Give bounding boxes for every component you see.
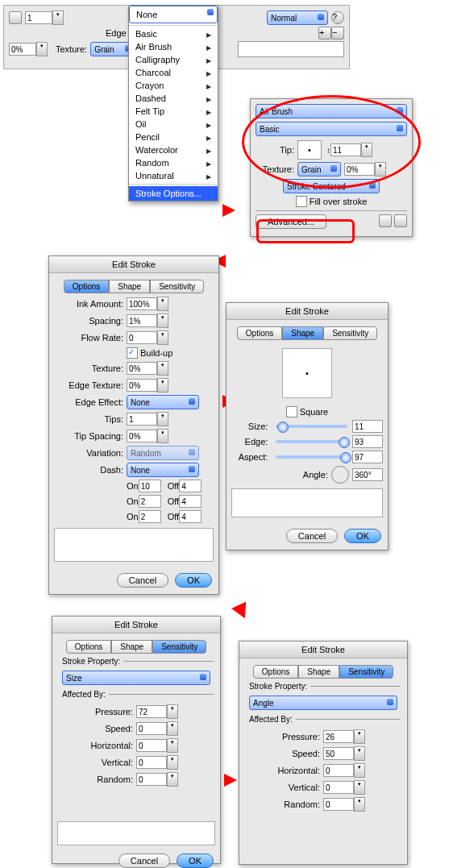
tips-input[interactable] xyxy=(127,413,157,426)
tab-options[interactable]: Options xyxy=(64,280,109,293)
menu-item-stroke-options[interactable]: Stroke Options... xyxy=(129,186,218,201)
pencil-icon[interactable] xyxy=(9,11,22,24)
menu-item-watercolor[interactable]: Watercolor xyxy=(129,143,218,156)
buildup-checkbox[interactable] xyxy=(127,347,138,359)
menu-item-dashed[interactable]: Dashed xyxy=(129,92,218,105)
size-input[interactable] xyxy=(352,420,383,433)
speed-input-2[interactable] xyxy=(323,747,354,760)
flow-stepper[interactable]: ▾ xyxy=(157,330,168,345)
cancel-button-3[interactable]: Cancel xyxy=(118,853,170,868)
horiz-input-1[interactable] xyxy=(136,739,167,752)
pressure-stepper-2[interactable]: ▾ xyxy=(354,729,365,744)
cancel-button-1[interactable]: Cancel xyxy=(117,573,168,588)
horiz-input-2[interactable] xyxy=(323,764,354,777)
angle-input[interactable] xyxy=(352,468,383,481)
menu-item-random[interactable]: Random xyxy=(129,156,218,169)
stroke-width-stepper[interactable]: ▾ xyxy=(52,10,64,25)
menu-item-unnatural[interactable]: Unnatural xyxy=(129,169,218,182)
stroke-property-select-2[interactable]: Angle xyxy=(249,696,397,710)
tab-options-4[interactable]: Options xyxy=(253,665,298,679)
lock-icon[interactable] xyxy=(379,214,392,227)
random-input-1[interactable] xyxy=(136,773,167,786)
spacing-stepper[interactable]: ▾ xyxy=(157,314,168,328)
opacity-input[interactable] xyxy=(9,43,36,56)
ok-button-2[interactable]: OK xyxy=(344,529,381,543)
aspect-input[interactable] xyxy=(352,451,383,463)
tab-shape-2[interactable]: Shape xyxy=(282,326,323,340)
tab-shape-3[interactable]: Shape xyxy=(111,640,152,654)
menu-item-charcoal[interactable]: Charcoal xyxy=(129,66,218,79)
trash-icon[interactable] xyxy=(394,214,407,227)
dash-select[interactable]: None xyxy=(127,463,199,477)
vert-input-1[interactable] xyxy=(136,756,167,769)
flow-input[interactable] xyxy=(127,331,157,344)
square-checkbox[interactable] xyxy=(286,406,297,417)
menu-item-none[interactable]: None xyxy=(129,6,218,23)
opt-texture-stepper[interactable]: ▾ xyxy=(157,361,168,376)
vert-stepper-2[interactable]: ▾ xyxy=(354,780,365,795)
size-slider[interactable] xyxy=(276,425,347,428)
menu-item-calligraphy[interactable]: Calligraphy xyxy=(129,53,218,66)
random-input-2[interactable] xyxy=(323,798,354,811)
dash-off-3[interactable] xyxy=(179,510,202,523)
stroke-width-input[interactable] xyxy=(25,11,52,24)
edge-texture-stepper[interactable]: ▾ xyxy=(157,378,168,392)
vert-stepper-1[interactable]: ▾ xyxy=(167,755,178,770)
vert-input-2[interactable] xyxy=(323,781,354,794)
opacity-stepper[interactable]: ▾ xyxy=(36,42,48,56)
dash-off-2[interactable] xyxy=(179,495,202,508)
fill-over-checkbox[interactable] xyxy=(296,196,307,207)
tab-sensitivity-4[interactable]: Sensitivity xyxy=(339,665,393,679)
horiz-stepper-2[interactable]: ▾ xyxy=(354,763,365,778)
tab-options-3[interactable]: Options xyxy=(66,640,111,654)
edge-effect-select[interactable]: None xyxy=(127,395,199,409)
plus-icon[interactable]: + xyxy=(318,27,331,39)
tip-spacing-stepper[interactable]: ▾ xyxy=(157,429,168,443)
tab-options-2[interactable]: Options xyxy=(237,326,282,340)
pressure-stepper-1[interactable]: ▾ xyxy=(167,704,178,719)
preview-area-2 xyxy=(231,488,383,517)
speed-stepper-1[interactable]: ▾ xyxy=(167,721,178,736)
dash-on-3[interactable] xyxy=(139,510,161,523)
speed-stepper-2[interactable]: ▾ xyxy=(354,746,365,761)
ok-button-1[interactable]: OK xyxy=(175,573,212,588)
menu-item-pencil[interactable]: Pencil xyxy=(129,131,218,143)
ink-amount-input[interactable] xyxy=(127,297,157,310)
menu-item-felttip[interactable]: Felt Tip xyxy=(129,105,218,118)
dash-off-1[interactable] xyxy=(179,480,202,492)
minus-icon[interactable]: − xyxy=(331,27,344,39)
edge-slider[interactable] xyxy=(276,440,347,443)
menu-item-crayon[interactable]: Crayon xyxy=(129,79,218,92)
tip-spacing-input[interactable] xyxy=(127,430,157,442)
aspect-slider[interactable] xyxy=(276,455,347,459)
pressure-input-2[interactable] xyxy=(323,730,354,743)
random-stepper-2[interactable]: ▾ xyxy=(354,797,365,812)
tab-sensitivity-3[interactable]: Sensitivity xyxy=(152,640,206,654)
tab-shape[interactable]: Shape xyxy=(109,280,150,293)
edge-input[interactable] xyxy=(352,435,383,448)
stroke-property-select-1[interactable]: Size xyxy=(62,671,210,685)
size-label: Size: xyxy=(231,422,268,431)
angle-dial[interactable] xyxy=(331,466,349,484)
edge-texture-input[interactable] xyxy=(127,379,157,392)
tips-stepper[interactable]: ▾ xyxy=(157,412,168,426)
tab-sensitivity[interactable]: Sensitivity xyxy=(150,280,204,293)
spacing-input[interactable] xyxy=(127,314,157,327)
horiz-stepper-1[interactable]: ▾ xyxy=(167,738,178,753)
tab-shape-4[interactable]: Shape xyxy=(298,665,339,679)
speed-input-1[interactable] xyxy=(136,722,167,735)
ink-amount-stepper[interactable]: ▾ xyxy=(157,297,168,311)
menu-item-oil[interactable]: Oil xyxy=(129,118,218,131)
dash-on-2[interactable] xyxy=(139,495,161,508)
cancel-button-2[interactable]: Cancel xyxy=(286,529,338,543)
opt-texture-input[interactable] xyxy=(127,362,157,375)
blend-mode-select[interactable]: Normal xyxy=(267,10,328,25)
pressure-input-1[interactable] xyxy=(136,705,167,718)
ok-button-3[interactable]: OK xyxy=(177,853,214,868)
menu-item-airbrush[interactable]: Air Brush xyxy=(129,40,218,53)
dash-on-1[interactable] xyxy=(139,480,161,492)
menu-item-basic[interactable]: Basic xyxy=(129,27,218,40)
help-icon[interactable]: ? xyxy=(331,11,344,24)
tab-sensitivity-2[interactable]: Sensitivity xyxy=(323,326,377,340)
random-stepper-1[interactable]: ▾ xyxy=(167,772,178,787)
